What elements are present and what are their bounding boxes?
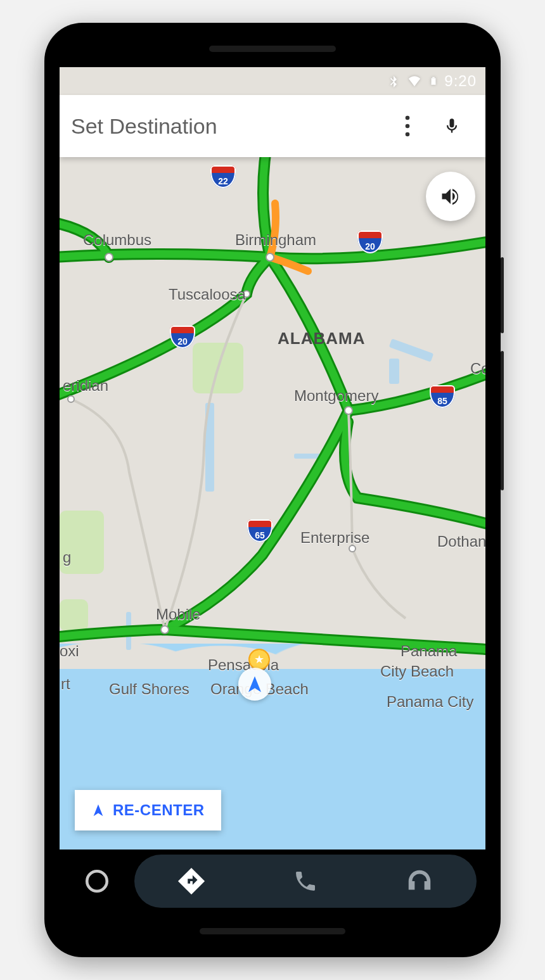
bottom-nav xyxy=(60,850,485,913)
svg-point-6 xyxy=(161,626,169,633)
screen: ALABAMA ColumbusBirminghamTuscaloosaerid… xyxy=(60,67,485,913)
recenter-button[interactable]: RE-CENTER xyxy=(75,790,221,830)
nav-pill xyxy=(134,855,477,908)
status-bar: 9:20 xyxy=(60,67,485,95)
microphone-icon xyxy=(443,114,461,138)
svg-point-1 xyxy=(266,253,274,261)
map-city-label: Montgomery xyxy=(294,387,378,405)
svg-point-9 xyxy=(406,116,410,120)
nav-media-button[interactable] xyxy=(391,867,448,896)
map-roads xyxy=(60,67,485,913)
interstate-shield-icon: 22 xyxy=(210,165,236,188)
search-bar[interactable]: Set Destination xyxy=(60,95,485,157)
map-state-label: ALABAMA xyxy=(278,329,365,348)
current-location-marker[interactable] xyxy=(238,668,271,701)
map-city-label: Enterprise xyxy=(300,529,369,547)
map-city-label: Co xyxy=(470,360,485,378)
interstate-shield-icon: 20 xyxy=(357,231,383,253)
phone-icon xyxy=(293,869,318,894)
svg-point-11 xyxy=(406,132,410,137)
map-city-label: Panama City xyxy=(387,693,473,711)
directions-icon xyxy=(177,867,206,896)
recenter-label: RE-CENTER xyxy=(113,801,205,819)
map-city-label: Tuscaloosa xyxy=(169,286,246,303)
interstate-shield-icon: 20 xyxy=(170,326,195,348)
sound-toggle-button[interactable] xyxy=(426,172,475,221)
map-city-label: Panama xyxy=(401,642,457,660)
svg-rect-7 xyxy=(432,78,436,84)
volume-icon xyxy=(439,185,462,208)
map-city-label: Dothan xyxy=(437,533,485,550)
svg-point-10 xyxy=(406,124,410,129)
svg-point-4 xyxy=(345,407,352,414)
circle-outline-icon xyxy=(84,868,110,894)
bluetooth-icon xyxy=(387,73,400,89)
phone-bottom-speaker xyxy=(200,928,345,934)
interstate-shield-icon: 65 xyxy=(247,519,272,542)
headphones-icon xyxy=(405,867,434,896)
more-vert-icon xyxy=(405,115,410,137)
status-clock: 9:20 xyxy=(444,72,477,90)
wifi-icon xyxy=(406,74,423,88)
map-city-label: Mobile xyxy=(156,606,201,623)
phone-side-button xyxy=(501,257,504,333)
map-city-label: Birmingham xyxy=(235,231,316,249)
svg-rect-8 xyxy=(433,77,435,79)
map-city-label: oxi xyxy=(60,642,79,660)
nav-directions-button[interactable] xyxy=(163,867,220,896)
more-options-button[interactable] xyxy=(385,115,430,137)
phone-speaker xyxy=(209,46,336,52)
map-canvas[interactable]: ALABAMA ColumbusBirminghamTuscaloosaerid… xyxy=(60,67,485,913)
search-placeholder[interactable]: Set Destination xyxy=(71,114,385,139)
map-city-label: g xyxy=(63,549,71,566)
battery-icon xyxy=(429,74,438,88)
phone-frame: ALABAMA ColumbusBirminghamTuscaloosaerid… xyxy=(44,23,501,957)
map-city-label: eridian xyxy=(63,377,108,395)
svg-point-0 xyxy=(105,253,113,261)
nav-phone-button[interactable] xyxy=(277,869,334,894)
saved-place-star-icon[interactable]: ★ xyxy=(248,649,270,670)
interstate-shield-icon: 85 xyxy=(430,385,455,408)
map-city-label: City Beach xyxy=(380,663,454,680)
svg-point-3 xyxy=(68,396,74,402)
navigation-arrow-icon xyxy=(91,803,105,817)
nav-home-button[interactable] xyxy=(60,868,134,894)
svg-point-12 xyxy=(87,871,107,891)
map-city-label: Gulf Shores xyxy=(109,680,189,698)
map-city-label: Columbus xyxy=(83,231,151,249)
voice-search-button[interactable] xyxy=(430,114,474,138)
phone-side-button xyxy=(501,351,504,490)
map-city-label: rt xyxy=(61,675,70,693)
